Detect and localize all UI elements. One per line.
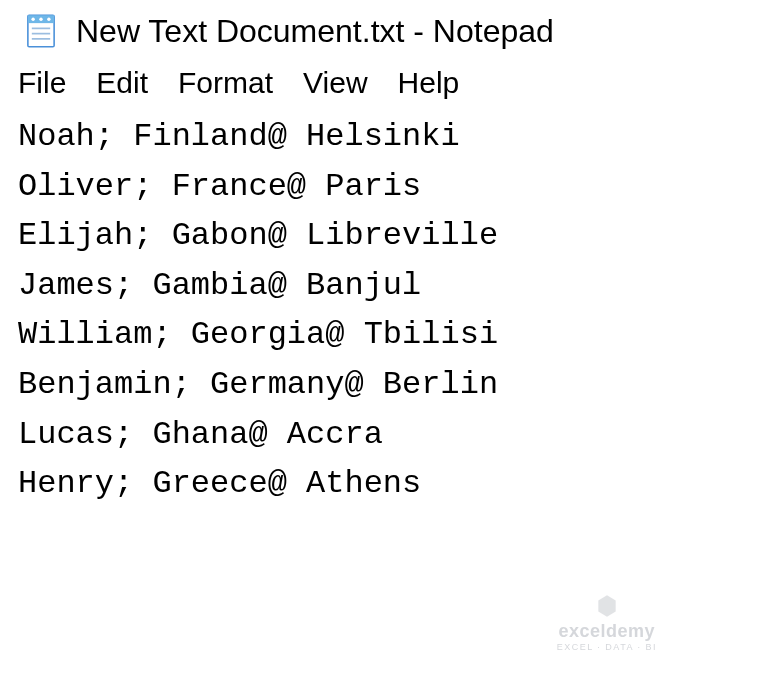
menu-view[interactable]: View xyxy=(303,66,367,100)
text-line: William; Georgia@ Tbilisi xyxy=(18,316,498,353)
svg-point-4 xyxy=(47,17,50,20)
text-line: Benjamin; Germany@ Berlin xyxy=(18,366,498,403)
watermark-logo-icon xyxy=(594,593,620,619)
window-title: New Text Document.txt - Notepad xyxy=(76,13,554,50)
notepad-icon xyxy=(20,10,62,52)
text-line: James; Gambia@ Banjul xyxy=(18,267,421,304)
text-line: Lucas; Ghana@ Accra xyxy=(18,416,383,453)
menu-format[interactable]: Format xyxy=(178,66,273,100)
menu-help[interactable]: Help xyxy=(398,66,460,100)
menu-file[interactable]: File xyxy=(18,66,66,100)
watermark-subtitle: EXCEL · DATA · BI xyxy=(557,642,657,652)
menu-bar: File Edit Format View Help xyxy=(0,58,767,110)
notepad-window: New Text Document.txt - Notepad File Edi… xyxy=(0,0,767,682)
text-line: Oliver; France@ Paris xyxy=(18,168,421,205)
watermark: exceldemy EXCEL · DATA · BI xyxy=(557,593,657,652)
svg-point-2 xyxy=(31,17,34,20)
text-line: Elijah; Gabon@ Libreville xyxy=(18,217,498,254)
text-line: Noah; Finland@ Helsinki xyxy=(18,118,460,155)
text-line: Henry; Greece@ Athens xyxy=(18,465,421,502)
title-bar: New Text Document.txt - Notepad xyxy=(0,0,767,58)
svg-point-3 xyxy=(39,17,42,20)
menu-edit[interactable]: Edit xyxy=(96,66,148,100)
watermark-title: exceldemy xyxy=(559,621,656,642)
